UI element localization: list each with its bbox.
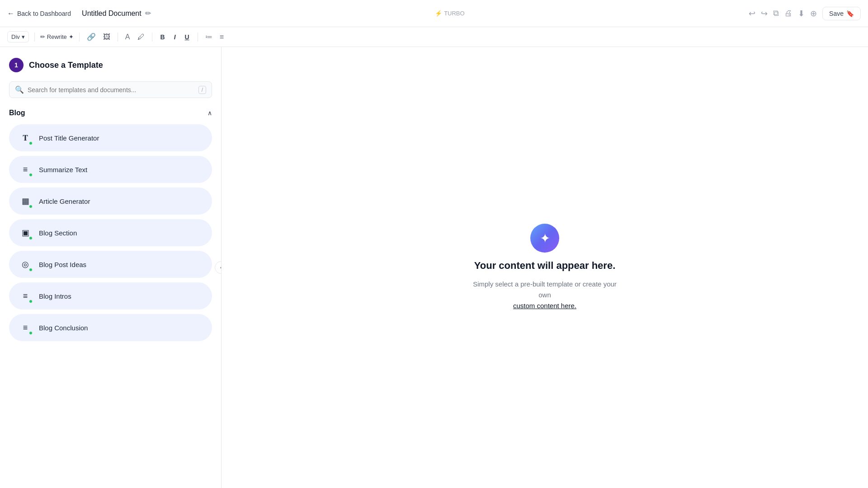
div-label: Div (11, 33, 20, 40)
italic-button[interactable]: I (171, 32, 179, 42)
undo-icon[interactable]: ↩ (749, 9, 755, 19)
category-chevron-icon: ∧ (208, 109, 212, 117)
toolbar: Div ▾ ✏ Rewrite ✦ 🔗 🖼 A 🖊 B I U ≔ ≡ (0, 27, 868, 47)
green-dot (29, 268, 33, 272)
template-item-blog-section[interactable]: ▣ Blog Section (9, 219, 212, 246)
step-title: Choose a Template (29, 61, 103, 70)
template-item-blog-post-ideas[interactable]: ◎ Blog Post Ideas (9, 251, 212, 278)
image-icon[interactable]: 🖼 (101, 31, 112, 43)
back-to-dashboard-link[interactable]: ← Back to Dashboard (7, 9, 71, 18)
toolbar-separator-4 (152, 33, 152, 42)
print-icon[interactable]: 🖨 (784, 9, 793, 18)
redo-icon[interactable]: ↪ (761, 9, 768, 19)
green-dot (29, 331, 33, 335)
main-content: 1 Choose a Template 🔍 / Blog ∧ 𝐓 (0, 47, 868, 488)
template-name-blog-intros: Blog Intros (39, 292, 71, 300)
category-header[interactable]: Blog ∧ (9, 109, 212, 117)
template-name-post-title: Post Title Generator (39, 134, 99, 142)
rewrite-label: Rewrite (47, 33, 67, 40)
font-color-icon[interactable]: A (123, 31, 132, 43)
green-dot (29, 300, 33, 303)
div-selector[interactable]: Div ▾ (7, 31, 29, 42)
rewrite-plus-icon: ✦ (69, 33, 74, 40)
template-icon-wrap: ≡ (18, 162, 33, 177)
template-icon-wrap: 𝐓 (18, 131, 33, 145)
save-button[interactable]: Save 🔖 (822, 7, 861, 20)
list-ordered-icon[interactable]: ≔ (203, 31, 214, 43)
category-label: Blog (9, 109, 25, 117)
step-heading: 1 Choose a Template (9, 58, 212, 72)
search-box[interactable]: 🔍 / (9, 81, 212, 98)
bold-button[interactable]: B (158, 32, 168, 42)
search-input[interactable] (28, 86, 195, 94)
turbo-lightning-icon: ⚡ (435, 10, 442, 17)
template-name-blog-section: Blog Section (39, 229, 77, 237)
toolbar-separator-3 (118, 33, 118, 42)
left-panel: 1 Choose a Template 🔍 / Blog ∧ 𝐓 (0, 47, 222, 488)
pen-icon: ✏ (40, 33, 45, 40)
template-name-blog-conclusion: Blog Conclusion (39, 324, 88, 332)
search-icon: 🔍 (15, 85, 24, 94)
list-unordered-icon[interactable]: ≡ (218, 31, 226, 43)
template-name-article: Article Generator (39, 197, 90, 205)
download-icon[interactable]: ⬇ (798, 9, 805, 19)
save-label: Save (829, 10, 844, 17)
toolbar-separator-5 (198, 33, 198, 42)
right-panel: ✦ Your content will appear here. Simply … (222, 47, 868, 488)
doc-title-area: Untitled Document ✏ (82, 9, 151, 18)
template-name-summarize: Summarize Text (39, 166, 87, 174)
step-number: 1 (9, 58, 24, 72)
back-arrow-icon: ← (7, 9, 14, 18)
sparkle-icon: ✦ (530, 224, 559, 253)
back-label: Back to Dashboard (17, 10, 71, 17)
sparkle-symbol: ✦ (540, 231, 550, 246)
template-item-blog-conclusion[interactable]: ≡ Blog Conclusion (9, 314, 212, 341)
toolbar-separator-1 (34, 33, 35, 42)
content-placeholder-title: Your content will appear here. (474, 260, 616, 272)
template-item-summarize[interactable]: ≡ Summarize Text (9, 156, 212, 183)
custom-content-link[interactable]: custom content here. (513, 302, 576, 310)
template-item-blog-intros[interactable]: ≡ Blog Intros (9, 282, 212, 310)
div-chevron-icon: ▾ (22, 33, 25, 40)
green-dot (29, 205, 33, 208)
template-item-post-title[interactable]: 𝐓 Post Title Generator (9, 124, 212, 151)
template-icon-wrap: ≡ (18, 289, 33, 303)
left-panel-inner: 1 Choose a Template 🔍 / Blog ∧ 𝐓 (0, 47, 221, 488)
template-name-blog-post-ideas: Blog Post Ideas (39, 261, 86, 268)
top-bar: ← Back to Dashboard Untitled Document ✏ … (0, 0, 868, 27)
link-icon[interactable]: 🔗 (85, 31, 98, 43)
toolbar-separator-2 (79, 33, 80, 42)
edit-icon[interactable]: ✏ (145, 9, 151, 18)
highlight-icon[interactable]: 🖊 (136, 31, 146, 43)
rewrite-button[interactable]: ✏ Rewrite ✦ (40, 33, 74, 40)
doc-title: Untitled Document (82, 9, 142, 18)
top-bar-center: ⚡ TURBO (158, 10, 741, 17)
content-placeholder-subtitle: Simply select a pre-built template or cr… (472, 279, 617, 311)
copy-icon[interactable]: ⧉ (773, 9, 779, 18)
search-shortcut: / (198, 86, 206, 94)
template-icon-wrap: ◎ (18, 257, 33, 272)
green-dot (29, 173, 33, 177)
top-bar-right: ↩ ↪ ⧉ 🖨 ⬇ ⊕ Save 🔖 (749, 7, 861, 20)
save-icon: 🔖 (846, 10, 854, 17)
template-item-article[interactable]: ▦ Article Generator (9, 188, 212, 215)
underline-button[interactable]: U (182, 32, 192, 42)
template-icon-wrap: ≡ (18, 320, 33, 335)
add-icon[interactable]: ⊕ (810, 9, 817, 19)
template-list: 𝐓 Post Title Generator ≡ Summarize Text … (9, 124, 212, 341)
turbo-label: TURBO (444, 10, 465, 17)
template-icon-wrap: ▣ (18, 225, 33, 240)
template-icon-wrap: ▦ (18, 194, 33, 208)
green-dot (29, 141, 33, 145)
turbo-badge: ⚡ TURBO (435, 10, 465, 17)
green-dot (29, 236, 33, 240)
